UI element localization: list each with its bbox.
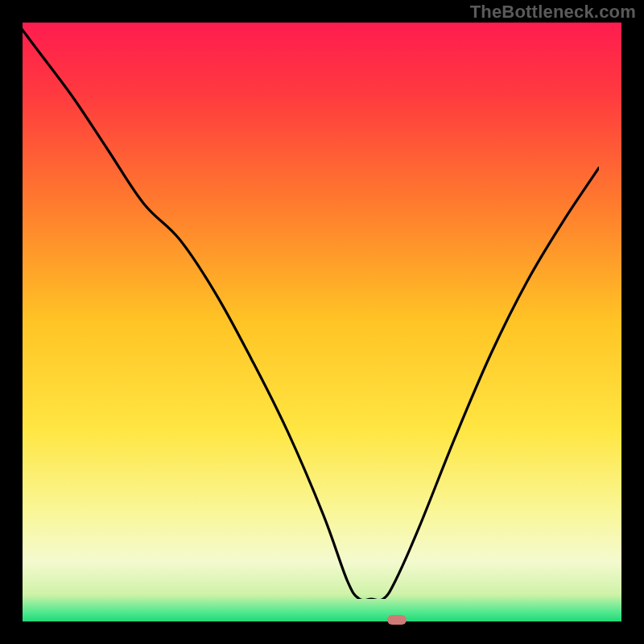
gradient-fill [23,23,621,621]
watermark-text: TheBottleneck.com [470,2,636,23]
plot-area [23,23,621,621]
chart-frame: TheBottleneck.com [0,0,644,644]
optimal-marker [387,615,407,625]
